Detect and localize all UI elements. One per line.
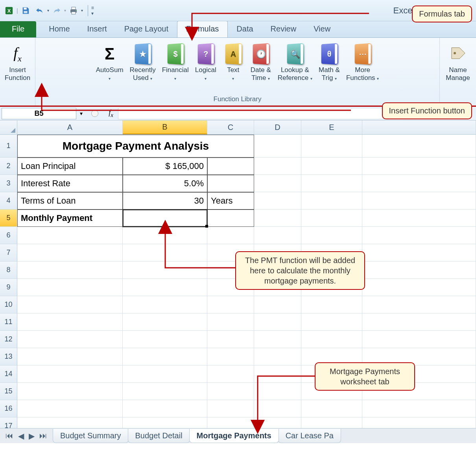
row-header-9[interactable]: 9 <box>0 279 17 296</box>
fx-bar-icon[interactable]: fx <box>104 109 118 119</box>
cell-D4[interactable] <box>254 192 301 210</box>
cell-B16[interactable] <box>123 400 207 417</box>
row-header-16[interactable]: 16 <box>0 400 17 417</box>
cell-A4[interactable]: Terms of Loan <box>17 192 123 210</box>
cell-A16[interactable] <box>17 400 123 417</box>
cell-A12[interactable] <box>17 331 123 348</box>
cell-E11[interactable] <box>301 313 362 331</box>
tab-home[interactable]: Home <box>40 21 78 37</box>
row-header-3[interactable]: 3 <box>0 175 17 192</box>
tab-formulas[interactable]: Formulas <box>177 21 228 37</box>
row-header-1[interactable]: 1 <box>0 135 17 158</box>
cell-D16[interactable] <box>254 400 301 417</box>
cell-C10[interactable] <box>207 296 254 313</box>
cell-B5[interactable] <box>123 210 207 227</box>
cell-pad12[interactable] <box>362 331 476 348</box>
select-all-corner[interactable] <box>0 121 17 134</box>
row-header-15[interactable]: 15 <box>0 383 17 400</box>
cell-B3[interactable]: 5.0% <box>123 175 207 192</box>
sheet-tab-mortgage-payments[interactable]: Mortgage Payments <box>189 429 279 443</box>
cell-C12[interactable] <box>207 331 254 348</box>
cell-D6[interactable] <box>254 227 301 244</box>
cell-A5[interactable]: Monthly Payment <box>17 210 123 227</box>
row-header-10[interactable]: 10 <box>0 296 17 313</box>
cell-D10[interactable] <box>254 296 301 313</box>
cell-C5[interactable] <box>207 210 254 227</box>
cell-A2[interactable]: Loan Principal <box>17 158 123 175</box>
col-header-A[interactable]: A <box>17 121 123 134</box>
cell-pad1[interactable] <box>362 135 476 158</box>
cell-D12[interactable] <box>254 331 301 348</box>
sheet-tab-budget-summary[interactable]: Budget Summary <box>53 429 129 443</box>
recently-used-button[interactable]: ★ Recently Used ▾ <box>127 40 159 83</box>
cell-B2[interactable]: $ 165,000 <box>123 158 207 175</box>
lookup-reference-button[interactable]: 🔍 Lookup & Reference ▾ <box>275 40 315 83</box>
cell-E3[interactable] <box>301 175 362 192</box>
cell-D3[interactable] <box>254 175 301 192</box>
qat-customize-icon[interactable]: ≡▾ <box>88 5 94 16</box>
row-header-2[interactable]: 2 <box>0 158 17 175</box>
cell-B8[interactable] <box>123 261 207 279</box>
tab-page-layout[interactable]: Page Layout <box>116 21 177 37</box>
sheet-tab-budget-detail[interactable]: Budget Detail <box>128 429 190 443</box>
undo-icon[interactable] <box>33 4 46 17</box>
row-header-12[interactable]: 12 <box>0 331 17 348</box>
cell-C11[interactable] <box>207 313 254 331</box>
tab-review[interactable]: Review <box>262 21 305 37</box>
name-box[interactable]: B5 <box>2 108 76 119</box>
row-header-14[interactable]: 14 <box>0 365 17 383</box>
cell-B15[interactable] <box>123 383 207 400</box>
cell-C15[interactable] <box>207 383 254 400</box>
cell-B6[interactable] <box>123 227 207 244</box>
excel-icon[interactable]: X <box>2 4 16 17</box>
cell-B13[interactable] <box>123 348 207 365</box>
col-header-D[interactable]: D <box>254 121 301 134</box>
name-box-dropdown-icon[interactable]: ▾ <box>76 110 86 117</box>
cell-E4[interactable] <box>301 192 362 210</box>
sheet-nav-prev-icon[interactable]: ◀ <box>17 430 26 441</box>
cell-E1[interactable] <box>301 135 362 158</box>
tab-insert[interactable]: Insert <box>79 21 116 37</box>
cell-D13[interactable] <box>254 348 301 365</box>
cell-pad4[interactable] <box>362 192 476 210</box>
cell-pad2[interactable] <box>362 158 476 175</box>
cell-pad8[interactable] <box>362 261 476 279</box>
quick-print-icon[interactable] <box>67 4 80 17</box>
name-manager-button[interactable]: Name Manage <box>443 40 473 83</box>
sheet-nav-last-icon[interactable]: ⏭ <box>38 430 49 441</box>
row-header-13[interactable]: 13 <box>0 348 17 365</box>
col-header-B[interactable]: B <box>123 121 207 134</box>
cell-A3[interactable]: Interest Rate <box>17 175 123 192</box>
redo-icon[interactable] <box>50 4 63 17</box>
date-time-button[interactable]: 🕐 Date & Time ▾ <box>247 40 275 83</box>
cell-pad6[interactable] <box>362 227 476 244</box>
cell-E2[interactable] <box>301 158 362 175</box>
cell-A14[interactable] <box>17 365 123 383</box>
cell-C3[interactable] <box>207 175 254 192</box>
col-header-C[interactable]: C <box>207 121 254 134</box>
sheet-nav-first-icon[interactable]: ⏮ <box>4 430 15 441</box>
sheet-nav-next-icon[interactable]: ▶ <box>27 430 36 441</box>
cell-A8[interactable] <box>17 261 123 279</box>
cell-E10[interactable] <box>301 296 362 313</box>
more-functions-button[interactable]: ⋯ More Functions ▾ <box>343 40 382 83</box>
tab-file[interactable]: File <box>0 21 36 37</box>
cell-A10[interactable] <box>17 296 123 313</box>
cell-pad5[interactable] <box>362 210 476 227</box>
cell-E5[interactable] <box>301 210 362 227</box>
cell-C14[interactable] <box>207 365 254 383</box>
cell-B7[interactable] <box>123 244 207 261</box>
cell-B12[interactable] <box>123 331 207 348</box>
redo-dropdown-icon[interactable]: ▾ <box>64 8 66 13</box>
cell-D11[interactable] <box>254 313 301 331</box>
cell-pad16[interactable] <box>362 400 476 417</box>
cell-C13[interactable] <box>207 348 254 365</box>
cell-D14[interactable] <box>254 365 301 383</box>
cell-A7[interactable] <box>17 244 123 261</box>
row-header-6[interactable]: 6 <box>0 227 17 244</box>
cell-pad9[interactable] <box>362 279 476 296</box>
cell-pad7[interactable] <box>362 244 476 261</box>
cell-D1[interactable] <box>254 135 301 158</box>
cell-C4[interactable]: Years <box>207 192 254 210</box>
cell-C2[interactable] <box>207 158 254 175</box>
